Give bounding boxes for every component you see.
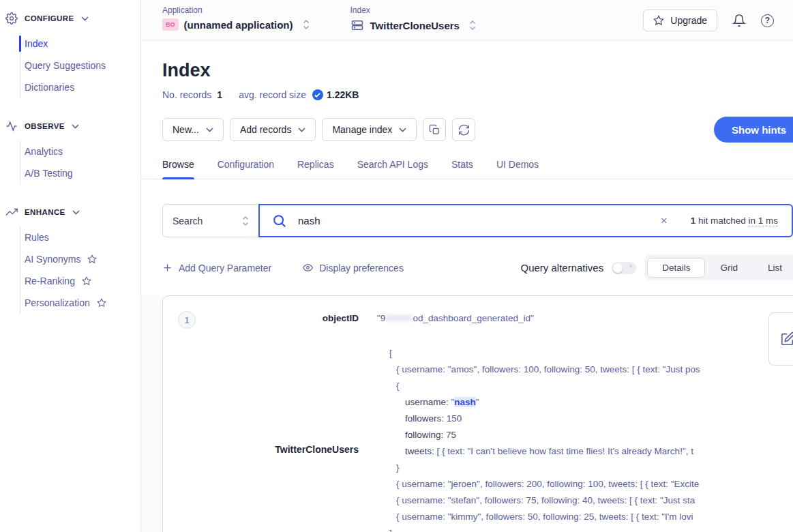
display-preferences-label: Display preferences [319,263,404,274]
index-dropdown[interactable]: TwitterCloneUsers [350,18,476,32]
upgrade-button[interactable]: Upgrade [643,10,717,31]
sidebar-item-dictionaries[interactable]: Dictionaries [20,76,140,98]
index-toolbar: New... Add records Manage index Show hin… [162,117,793,143]
sidebar-item-re-ranking[interactable]: Re-Ranking [20,270,140,292]
sidebar-items-observe: Analytics A/B Testing [20,141,140,184]
pulse-icon [5,120,18,132]
objectid-redacted: ••••••• [385,313,413,323]
field-label: TwitterCloneUsers [196,444,359,455]
search-mode-select[interactable]: Search [162,204,259,237]
avg-size-label: avg. record size [239,89,306,100]
json-line: { username: "amos", followers: 100, foll… [377,361,725,378]
application-dropdown[interactable]: BO (unnamed application) [162,18,310,31]
refresh-index-button[interactable] [452,118,475,141]
search-input[interactable] [298,215,657,226]
new-button[interactable]: New... [162,118,224,141]
json-line: } [377,460,725,476]
help-icon[interactable]: ? [761,14,774,27]
sidebar-item-ab-testing[interactable]: A/B Testing [20,162,140,184]
sidebar-item-label: Index [25,38,48,49]
query-alternatives-toggle[interactable]: × [612,262,636,274]
json-viewer: [{ username: "amos", followers: 100, fol… [377,345,725,532]
topbar-actions: Upgrade ? [643,5,774,31]
objectid-suffix: od_dashboard_generated_id" [413,313,533,323]
view-grid-button[interactable]: Grid [705,258,753,278]
application-badge: BO [162,18,179,31]
sidebar-item-label: A/B Testing [25,168,73,179]
sidebar-item-index[interactable]: Index [20,33,140,55]
tab-configuration[interactable]: Configuration [218,159,274,179]
tab-ui-demos[interactable]: UI Demos [496,159,539,179]
refresh-icon [458,124,470,136]
hits-info: 1 hit matched in 1 ms [691,216,778,226]
controls-right: Query alternatives × Details Grid List [520,255,793,280]
chevron-down-icon [81,16,89,21]
view-list-button[interactable]: List [753,258,793,278]
plus-icon [162,263,173,273]
sidebar-item-ai-synonyms[interactable]: AI Synonyms [20,248,140,270]
sidebar-section-configure: CONFIGURE Index Query Suggestions Dictio… [5,11,140,98]
avg-size-value: 1.22KB [327,89,359,100]
hits-text: hit matched [695,216,748,226]
edit-pencil-icon[interactable] [780,331,793,346]
page-head: Index No. records 1 avg. record size 1.2… [141,41,793,100]
hit-number-badge: 1 [178,311,196,329]
objectid-prefix: "9 [377,313,385,323]
add-query-parameter-label: Add Query Parameter [179,263,271,274]
toggle-knob [613,263,623,273]
search-box: × 1 hit matched in 1 ms [258,204,793,237]
star-icon [87,254,97,264]
json-line: username: "nash" [377,394,725,411]
upgrade-label: Upgrade [670,15,707,26]
sidebar-item-rules[interactable]: Rules [20,226,140,248]
new-label: New... [173,124,199,135]
display-preferences-button[interactable]: Display preferences [303,263,404,274]
page-title: Index [162,60,793,81]
select-chevrons-icon [242,216,249,226]
json-line: tweets: [ { text: "I can't believe how f… [377,443,725,460]
tab-replicas[interactable]: Replicas [297,159,334,179]
sidebar-item-personalization[interactable]: Personalization [20,292,140,314]
objectid-value: "9•••••••od_dashboard_generated_id" [377,313,793,336]
chevron-down-icon [298,128,305,132]
search-row: Search × 1 hit matched in 1 ms [162,204,793,237]
chevron-down-icon [72,124,79,129]
select-chevrons-icon [303,19,310,30]
json-line: { username: "jeroen", followers: 200, fo… [377,476,725,492]
manage-index-button[interactable]: Manage index [322,118,417,141]
star-icon [82,276,91,286]
sidebar-section-label: OBSERVE [25,122,65,130]
add-records-button[interactable]: Add records [230,118,316,141]
hit-card: 1 objectID "9•••••••od_dashboard_generat… [162,295,793,532]
tab-stats[interactable]: Stats [451,159,473,179]
json-line: { [377,378,725,394]
index-name: TwitterCloneUsers [370,20,460,31]
copy-index-button[interactable] [423,118,446,141]
query-alternatives-label: Query alternatives [520,262,603,274]
show-hints-button[interactable]: Show hints [714,117,793,143]
tab-search-api-logs[interactable]: Search API Logs [357,159,428,179]
view-details-button[interactable]: Details [647,258,705,278]
chevron-down-icon [206,128,213,132]
sidebar-section-enhance: ENHANCE Rules AI Synonyms Re-Ranking Per… [5,205,140,314]
clear-search-icon[interactable]: × [657,214,672,228]
star-icon [97,298,106,308]
sidebar: CONFIGURE Index Query Suggestions Dictio… [0,0,141,532]
tab-browse[interactable]: Browse [162,159,194,179]
index-selector: Index TwitterCloneUsers [350,5,476,32]
sidebar-item-label: Re-Ranking [25,276,75,286]
notifications-bell-icon[interactable] [732,14,746,27]
manage-index-label: Manage index [332,124,392,135]
sidebar-section-header-observe[interactable]: OBSERVE [5,119,140,134]
sidebar-section-observe: OBSERVE Analytics A/B Testing [5,119,140,184]
hit-actions-panel [768,312,793,366]
records-value: 1 [217,89,222,100]
topbar: Application BO (unnamed application) Ind… [141,0,793,41]
sidebar-item-analytics[interactable]: Analytics [20,141,140,162]
search-icon [272,213,287,228]
sidebar-item-label: Query Suggestions [25,60,106,71]
sidebar-section-header-configure[interactable]: CONFIGURE [5,11,140,26]
sidebar-item-query-suggestions[interactable]: Query Suggestions [20,55,140,76]
add-query-parameter-button[interactable]: Add Query Parameter [162,263,271,274]
sidebar-section-header-enhance[interactable]: ENHANCE [5,205,140,220]
